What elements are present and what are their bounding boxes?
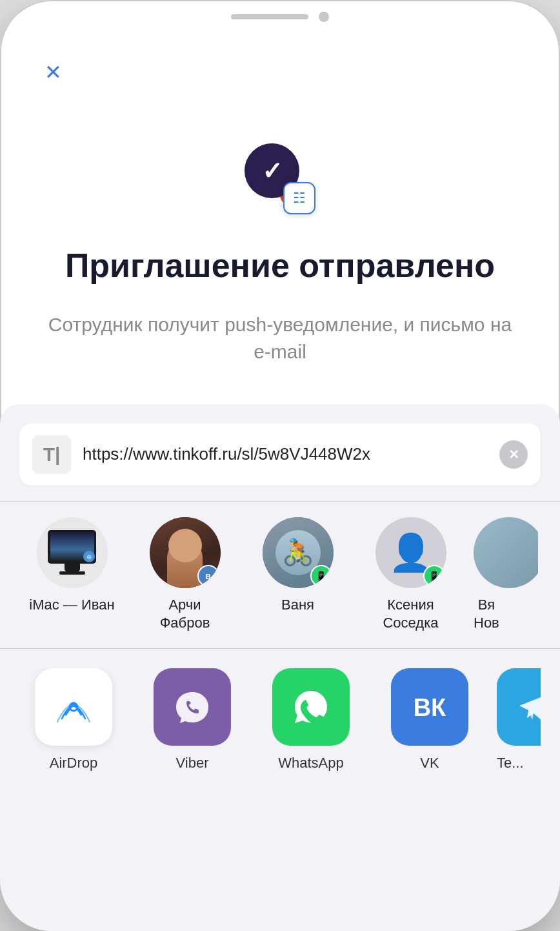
contacts-row: ⊜ iMac — Иван (19, 517, 541, 633)
phone-frame: ✕ ☷ Приглашение отправлено Сотрудник пол… (0, 0, 560, 931)
main-content: ☷ Приглашение отправлено Сотрудник получ… (0, 27, 560, 931)
airdrop-icon (35, 668, 112, 746)
vk-badge: в (197, 565, 219, 587)
contact-item-imac[interactable]: ⊜ iMac — Иван (22, 517, 122, 633)
close-icon: ✕ (45, 62, 62, 83)
contact-name-vanya: Ваня (281, 596, 314, 615)
viber-icon (154, 668, 231, 746)
contact-name-partial: ВяНов (474, 596, 499, 633)
partial-app-icon (497, 668, 541, 746)
whatsapp-badge-vanya: 📱 (310, 565, 332, 587)
whatsapp-svg (288, 684, 334, 730)
contact-name-imac: iMac — Иван (29, 596, 114, 615)
heading: Приглашение отправлено (26, 247, 534, 285)
subtitle: Сотрудник получит push-уведомление, и пи… (0, 311, 560, 365)
svg-text:ВК: ВК (414, 694, 446, 721)
app-label-airdrop: AirDrop (50, 755, 98, 772)
whatsapp-icon (272, 668, 350, 746)
divider-1 (0, 501, 560, 502)
url-type-icon: T| (32, 435, 71, 474)
contact-item-partial[interactable]: ВяНов (474, 517, 538, 633)
doc-inner-icon: ☷ (293, 190, 306, 207)
app-label-viber: Viber (176, 755, 209, 772)
close-button[interactable]: ✕ (39, 58, 67, 87)
document-badge-icon: ☷ (283, 182, 315, 214)
screen-content: ☷ Приглашение отправлено Сотрудник получ… (0, 27, 560, 931)
phone-pill (231, 14, 308, 19)
url-clear-button[interactable]: ✕ (499, 440, 528, 469)
viber-svg (170, 684, 215, 730)
app-item-vk[interactable]: ВК VK (378, 668, 481, 772)
vk-icon: ВК (391, 668, 468, 746)
contact-avatar-vanya: 🚴 📱 (263, 517, 334, 588)
contact-avatar-imac: ⊜ (37, 517, 108, 588)
contact-avatar-archi: в (150, 517, 221, 588)
app-item-viber[interactable]: Viber (141, 668, 244, 772)
share-sheet: T| https://www.tinkoff.ru/sl/5w8VJ448W2x… (0, 404, 560, 931)
contact-avatar-ksenia: 👤 📱 (375, 517, 446, 588)
contact-item-vanya[interactable]: 🚴 📱 Ваня (248, 517, 348, 633)
telegram-svg (513, 684, 541, 730)
app-label-whatsapp: WhatsApp (278, 755, 344, 772)
contact-name-archi: АрчиФабров (160, 596, 210, 633)
phone-dot (319, 12, 329, 22)
url-text: https://www.tinkoff.ru/sl/5w8VJ448W2x (83, 444, 499, 464)
phone-notch (0, 0, 560, 27)
contact-item-archi[interactable]: в АрчиФабров (135, 517, 235, 633)
airdrop-svg (51, 684, 96, 730)
contact-item-ksenia[interactable]: 👤 📱 КсенияСоседка (361, 517, 461, 633)
whatsapp-badge-ksenia: 📱 (423, 565, 445, 587)
app-label-vk: VK (420, 755, 439, 772)
text-icon: T| (43, 444, 61, 466)
app-item-airdrop[interactable]: AirDrop (22, 668, 125, 772)
clear-icon: ✕ (508, 448, 519, 461)
app-label-partial: Te... (497, 755, 524, 771)
divider-2 (0, 648, 560, 649)
app-item-partial[interactable]: Te... (497, 668, 541, 772)
vk-svg: ВК (407, 684, 452, 730)
success-icon-area: ☷ (245, 143, 315, 214)
contact-name-ksenia: КсенияСоседка (383, 596, 438, 633)
app-item-whatsapp[interactable]: WhatsApp (259, 668, 363, 772)
apps-row: AirDrop Viber (19, 668, 541, 784)
url-row: T| https://www.tinkoff.ru/sl/5w8VJ448W2x… (19, 424, 541, 486)
contact-avatar-partial (474, 517, 538, 588)
